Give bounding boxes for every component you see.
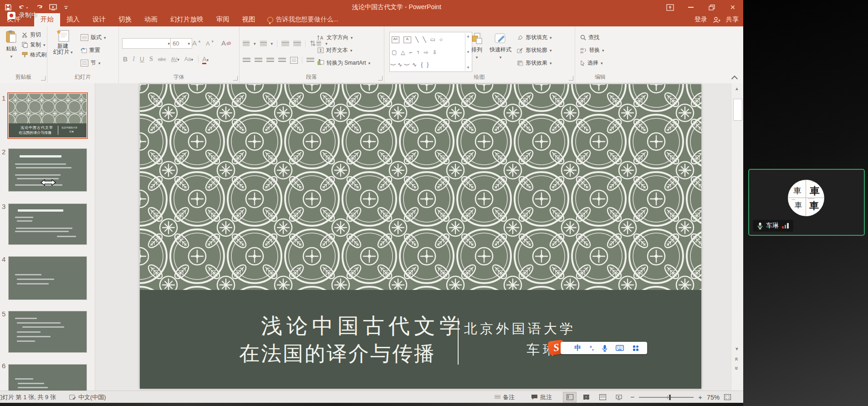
line-shape-icon[interactable]: ╲ [415,36,419,43]
panel-scroll-down-icon[interactable]: ▼ [73,385,77,390]
dialog-launcher-icon[interactable] [378,76,383,81]
restore-button[interactable] [701,0,722,15]
notes-button[interactable]: 备注 [495,391,515,403]
align-right-icon[interactable] [266,58,274,63]
new-slide-button[interactable]: 新建幻灯片 ▾ [51,29,74,56]
right-arrow-icon[interactable]: ⇨ [424,49,429,56]
save-icon[interactable] [5,4,12,11]
slide-sorter-view-button[interactable] [579,392,593,402]
quick-styles-button[interactable]: 快速样式▾ [488,33,513,60]
dialog-launcher-icon[interactable] [233,76,238,81]
reset-button[interactable]: 重置 [81,46,100,54]
slide-title-line2[interactable]: 在法国的译介与传播 [239,340,436,367]
sign-in-button[interactable]: 登录 [694,15,707,24]
convert-smartart-button[interactable]: 转换为 SmartArt▾ [317,59,370,67]
section-button[interactable]: 节▾ [81,59,101,67]
left-brace-icon[interactable]: { [421,61,423,68]
freeform-icon[interactable]: ( [389,64,396,66]
arrange-button[interactable]: 排列▾ [469,33,485,60]
italic-button[interactable]: I [133,56,135,63]
right-brace-icon[interactable]: } [427,61,429,68]
tab-view[interactable]: 视图 [236,13,262,26]
bold-button[interactable]: B [123,56,128,63]
tab-review[interactable]: 审阅 [210,13,236,26]
down-arrow-icon[interactable]: ⇩ [433,49,437,56]
curve-icon[interactable]: ∿ [412,61,417,68]
layout-button[interactable]: 版式▾ [81,34,106,41]
cut-button[interactable]: 剪切 [22,31,41,39]
ellipse-icon[interactable]: ○ [439,36,443,43]
textbox-icon[interactable]: A≡ [392,36,399,43]
tell-me-box[interactable]: 告诉我您想要做什么... [262,14,344,26]
increase-indent-icon[interactable] [293,41,301,46]
zoom-slider[interactable] [639,397,694,398]
dialog-launcher-icon[interactable] [569,76,573,81]
bullets-icon[interactable] [243,41,250,46]
arrow-line-icon[interactable]: ╲ [423,36,426,43]
text-direction-button[interactable]: A 文字方向▾ [317,34,353,41]
close-button[interactable]: × [722,0,743,15]
paste-button[interactable]: 粘贴▾ [3,30,20,59]
next-slide-icon[interactable]: » [733,366,740,370]
normal-view-button[interactable] [563,392,577,402]
shape-gallery[interactable]: A≡ A ╲ ╲ ▭ ○ ▢ △ ⌐ ⌐ ⇨ ⇩ [389,32,472,72]
previous-slide-icon[interactable]: « [733,357,740,361]
zoom-in-button[interactable]: + [698,393,702,401]
zoom-level[interactable]: 75% [707,394,720,401]
language-indicator[interactable]: 中文(中国) [69,391,106,403]
font-name-combo[interactable]: ▾ [122,38,172,49]
vertical-scrollbar[interactable]: ▲ ▼ « » [731,83,744,391]
distribute-icon[interactable] [306,58,314,63]
scroll-up-icon[interactable]: ▲ [735,86,739,91]
font-size-combo[interactable]: 60▾ [170,38,192,49]
tab-slideshow[interactable]: 幻灯片放映 [164,13,210,26]
select-button[interactable]: 选择▾ [580,59,603,67]
copy-button[interactable]: 复制▾ [22,41,46,49]
align-left-icon[interactable] [243,58,250,63]
change-case-button[interactable]: Aa▾ [184,56,193,62]
scribble-icon[interactable]: ∿ [398,61,402,68]
collapse-ribbon-icon[interactable] [731,76,738,82]
triangle-icon[interactable]: △ [401,49,405,56]
zoom-out-button[interactable]: − [630,393,634,401]
align-text-button[interactable]: 对齐文本▾ [317,46,352,54]
ime-toolbox-icon[interactable] [633,345,639,351]
vertical-textbox-icon[interactable]: A [403,36,411,43]
scrollbar-thumb[interactable] [733,99,742,121]
strikethrough-button[interactable]: S [149,56,153,63]
comments-button[interactable]: 批注 [531,391,552,403]
scroll-down-icon[interactable]: ▼ [735,346,739,351]
tab-design[interactable]: 设计 [86,13,112,26]
slideshow-view-button[interactable] [612,392,626,402]
font-color-button[interactable]: A▾ [198,56,209,63]
slide-thumbnail-3[interactable] [9,204,87,244]
elbow-connector-icon[interactable]: ⌐ [409,49,413,56]
minimize-button[interactable] [680,0,701,15]
slide-thumbnail-5[interactable] [9,311,87,352]
char-spacing-button[interactable]: AV▾ [171,56,179,62]
arc-icon[interactable]: ) [404,64,410,66]
rounded-rect-icon[interactable]: ▢ [392,49,397,56]
format-painter-button[interactable]: 格式刷 [22,51,46,59]
increase-font-button[interactable]: A▲ [192,39,201,47]
dialog-launcher-icon[interactable] [41,76,46,81]
shape-effects-button[interactable]: 形状效果▾ [517,59,552,67]
ime-mode-chinese[interactable]: 中 [574,344,581,352]
shape-fill-button[interactable]: 形状填充▾ [517,34,552,41]
decrease-indent-icon[interactable] [281,41,289,46]
reading-view-button[interactable] [596,392,609,402]
ime-punctuation-icon[interactable]: °, [590,345,594,351]
tab-transitions[interactable]: 切换 [112,13,138,26]
shape-outline-button[interactable]: 形状轮廓▾ [517,46,552,54]
tab-insert[interactable]: 插入 [60,13,86,26]
columns-icon[interactable] [290,57,298,64]
strike-abc-button[interactable]: abc [158,56,166,62]
replace-button[interactable]: abac 替换▾ [580,46,604,54]
rectangle-icon[interactable]: ▭ [430,36,435,43]
ime-keyboard-icon[interactable] [616,345,624,351]
share-button[interactable]: 共享 [726,15,739,24]
slide-thumbnail-1[interactable]: 浅论中国古代文学 在法国的译介与传播 北京外国语大学 车琳 [9,94,87,137]
underline-button[interactable]: U [140,56,144,63]
tab-animations[interactable]: 动画 [138,13,164,26]
tab-home[interactable]: 开始 [34,13,60,26]
